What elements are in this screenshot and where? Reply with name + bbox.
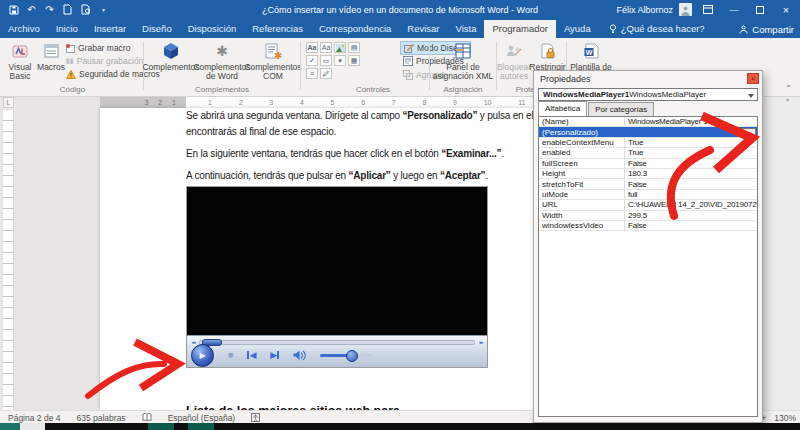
collapse-ribbon-icon[interactable]: ⌃ <box>785 84 792 93</box>
redo-icon[interactable]: ↷ <box>44 4 55 15</box>
com-addins-icon: ✱ <box>265 41 282 61</box>
vertical-scrollbar[interactable]: ⌃ <box>763 96 800 410</box>
undo-icon[interactable]: ↶ <box>26 4 37 15</box>
restrict-editing-icon <box>541 41 555 61</box>
paragraph-1-line-1: Se abrirá una segunda ventana. Dirígete … <box>186 110 579 121</box>
page-indicator[interactable]: Página 2 de 4 <box>0 413 68 423</box>
complementos-button[interactable]: Complementos <box>146 41 196 72</box>
taskbar-strip <box>0 423 800 430</box>
word-template-icon: W <box>584 41 599 61</box>
macros-button[interactable]: Macros <box>38 41 64 72</box>
tab-referencias[interactable]: Referencias <box>244 20 311 38</box>
panel-asignacion-xml-button[interactable]: Panel de asignación XML <box>432 41 494 81</box>
close-button[interactable]: × <box>776 0 796 19</box>
bloquear-autores-button: Bloquear autores <box>498 41 530 81</box>
properties-close-button[interactable]: × <box>747 73 759 84</box>
tab-correspondencia[interactable]: Correspondencia <box>311 20 399 38</box>
paragraph-2: En la siguiente ventana, tendrás que hac… <box>186 148 504 159</box>
addin-cube-icon <box>162 41 180 61</box>
legacy-tools-icon[interactable]: 🖉 <box>320 68 332 79</box>
building-block-control-icon[interactable]: ▤ <box>348 42 360 53</box>
volume-slider[interactable] <box>320 354 372 357</box>
properties-panel-title: Propiedades <box>540 74 591 84</box>
proofing-icon[interactable] <box>134 413 160 422</box>
save-icon[interactable] <box>8 4 19 15</box>
taskbar-segment <box>0 423 20 430</box>
macro-security-warning-icon <box>66 70 76 79</box>
object-selector-dropdown[interactable]: WindowsMediaPlayer1 WindowsMediaPlayer <box>538 88 758 101</box>
date-picker-control-icon[interactable]: ▦ <box>348 55 360 66</box>
repeating-section-control-icon[interactable]: ≡ <box>306 68 318 79</box>
title-bar: ↶ ↷ ▾ ¿Cómo insertar un vídeo en un docu… <box>0 0 800 19</box>
block-authors-icon <box>506 41 522 61</box>
new-document-icon[interactable] <box>62 4 73 15</box>
group-complementos: Complementos ✱ Complementos de Word ✱ Co… <box>145 38 299 95</box>
lightbulb-icon <box>609 24 617 34</box>
zoom-level[interactable]: 130% <box>774 413 796 423</box>
tab-ayuda[interactable]: Ayuda <box>556 20 599 38</box>
tell-me-search[interactable]: ¿Qué desea hacer? <box>599 20 713 38</box>
media-player-control[interactable]: ◂◂ ▸▸ ▶ ■ ◀ ▶ <box>186 186 488 368</box>
ruler-margin-numbers: 3 2 1 <box>100 97 186 108</box>
vertical-ruler[interactable] <box>3 110 14 410</box>
plain-text-control-icon[interactable]: Aa <box>320 42 332 53</box>
complementos-com-button[interactable]: ✱ Complementos COM <box>248 41 298 81</box>
tab-selector[interactable]: L <box>3 97 14 108</box>
picture-control-icon[interactable] <box>334 42 346 53</box>
next-button[interactable]: ▶ <box>270 350 279 360</box>
print-preview-icon[interactable] <box>80 4 91 15</box>
svg-text:✱: ✱ <box>274 50 282 60</box>
grabar-macro-button[interactable]: Grabar macro <box>66 42 130 54</box>
checkbox-control-icon[interactable]: ✓ <box>306 55 318 66</box>
word-count[interactable]: 635 palabras <box>68 413 133 423</box>
svg-text:W: W <box>585 49 592 56</box>
minimize-button[interactable]: — <box>724 0 744 19</box>
previous-button[interactable]: ◀ <box>247 350 256 360</box>
group-label-codigo: Código <box>2 85 143 94</box>
group-objects-icon <box>403 70 413 80</box>
paragraph-3: A continuación, tendrás que pulsar en “A… <box>186 170 488 181</box>
share-person-icon <box>739 25 748 34</box>
ribbon-tab-bar: Archivo Inicio Insertar Diseño Disposici… <box>0 19 800 38</box>
tab-vista[interactable]: Vista <box>448 20 485 38</box>
tab-revisar[interactable]: Revisar <box>399 20 447 38</box>
macros-icon <box>44 41 59 61</box>
tab-archivo[interactable]: Archivo <box>0 20 48 38</box>
combo-box-control-icon[interactable]: ▭ <box>320 55 332 66</box>
tab-programador[interactable]: Programador <box>484 20 555 38</box>
language-indicator[interactable]: Español (España) <box>160 413 244 423</box>
scroll-up-icon[interactable]: ⌃ <box>784 98 791 107</box>
account-name[interactable]: Félix Albornoz <box>616 5 673 15</box>
visual-basic-icon <box>12 41 28 61</box>
ribbon-display-options-icon[interactable] <box>698 0 718 19</box>
customize-qat-icon[interactable]: ▾ <box>98 4 109 15</box>
share-button[interactable]: Compartir <box>739 24 794 35</box>
mute-icon[interactable] <box>293 350 306 361</box>
visual-basic-button[interactable]: Visual Basic <box>4 41 36 81</box>
accessibility-icon[interactable] <box>243 413 268 422</box>
record-macro-icon <box>66 44 75 53</box>
controls-gallery: Aa Aa ▤ ✓ ▭ ▾ ▦ ≡ 🖉 <box>306 42 361 80</box>
taskbar-segment <box>188 423 214 430</box>
rich-text-control-icon[interactable]: Aa <box>306 42 318 53</box>
group-asignacion: Panel de asignación XML Asignación <box>431 38 495 95</box>
avatar[interactable] <box>679 3 692 16</box>
taskbar-segment <box>20 423 45 430</box>
word-addins-gear-icon: ✱ <box>216 41 228 61</box>
tab-inicio[interactable]: Inicio <box>48 20 86 38</box>
volume-thumb[interactable] <box>346 350 358 362</box>
tab-alfabetica[interactable]: Alfabética <box>538 101 587 116</box>
video-surface[interactable] <box>187 187 487 336</box>
word-window: ↶ ↷ ▾ ¿Cómo insertar un vídeo en un docu… <box>0 0 800 430</box>
restore-button[interactable] <box>750 0 770 19</box>
tab-disposicion[interactable]: Disposición <box>180 20 245 38</box>
dropdown-control-icon[interactable]: ▾ <box>334 55 346 66</box>
stop-button[interactable]: ■ <box>228 350 233 360</box>
group-label-asignacion: Asignación <box>431 85 495 94</box>
quick-access-toolbar: ↶ ↷ ▾ <box>0 4 109 15</box>
complementos-word-button[interactable]: ✱ Complementos de Word <box>197 41 247 81</box>
tab-insertar[interactable]: Insertar <box>86 20 134 38</box>
tab-diseno[interactable]: Diseño <box>134 20 180 38</box>
pause-recording-icon: ▮▮ <box>66 57 74 65</box>
group-label-complementos: Complementos <box>145 85 299 94</box>
